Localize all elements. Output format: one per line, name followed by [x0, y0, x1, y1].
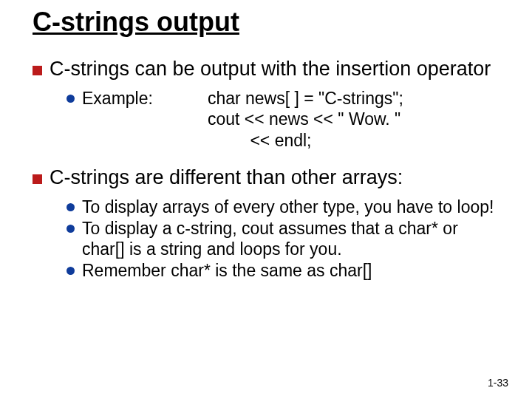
bullet-2-text: C-strings are different than other array… [50, 166, 499, 189]
bullet-1-subgroup: Example: char news[ ] = "C-strings"; cou… [66, 88, 499, 151]
sub-bullet-3-text: Remember char* is the same as char[] [82, 260, 499, 282]
code-line-1: char news[ ] = "C-strings"; [208, 89, 403, 108]
sub-bullet: To display arrays of every other type, y… [66, 197, 499, 218]
bullet-1: C-strings can be output with the inserti… [33, 58, 499, 81]
slide: C-strings output C-strings can be output… [0, 0, 532, 399]
bullet-2-subgroup: To display arrays of every other type, y… [66, 197, 499, 282]
sub-bullet: Remember char* is the same as char[] [66, 260, 499, 282]
example-content: Example: char news[ ] = "C-strings"; cou… [82, 88, 499, 151]
circle-bullet-icon [66, 95, 75, 103]
circle-bullet-icon [66, 203, 75, 211]
example-row: Example: char news[ ] = "C-strings"; cou… [66, 88, 499, 151]
bullet-1-text: C-strings can be output with the inserti… [50, 58, 499, 81]
sub-bullet: To display a c-string, cout assumes that… [66, 218, 499, 261]
sub-bullet-1-text: To display arrays of every other type, y… [82, 197, 499, 218]
code-block: char news[ ] = "C-strings"; cout << news… [208, 88, 403, 151]
square-bullet-icon [33, 66, 42, 75]
example-label: Example: [82, 88, 153, 109]
bullet-2: C-strings are different than other array… [33, 166, 499, 189]
code-line-3: << endl; [208, 131, 312, 150]
page-title: C-strings output [33, 7, 499, 37]
slide-number: 1-33 [488, 377, 508, 389]
code-line-2: cout << news << " Wow. " [208, 109, 400, 129]
square-bullet-icon [33, 174, 42, 184]
sub-bullet-2-text: To display a c-string, cout assumes that… [82, 218, 499, 261]
circle-bullet-icon [66, 225, 75, 233]
circle-bullet-icon [66, 267, 75, 275]
